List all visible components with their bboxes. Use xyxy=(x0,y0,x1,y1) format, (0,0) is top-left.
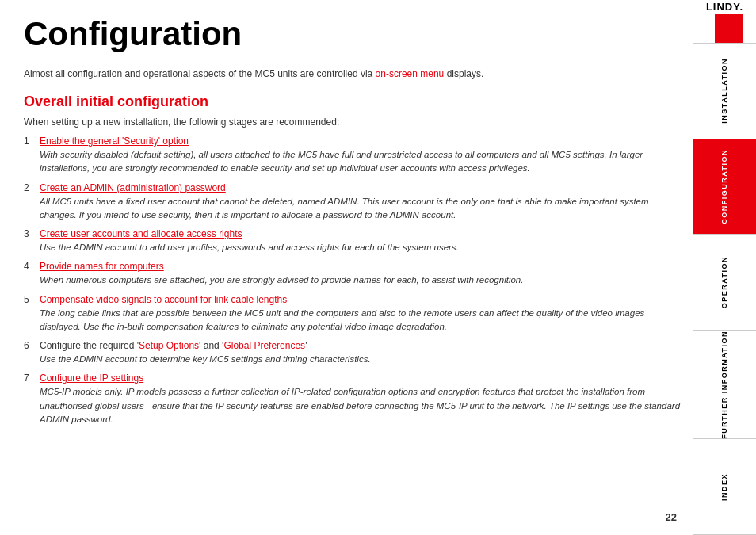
step-6-link1[interactable]: Setup Options xyxy=(139,340,199,351)
step-1: 1 Enable the general 'Security' option W… xyxy=(24,136,681,176)
sidebar-tab-installation[interactable]: INSTALLATION xyxy=(693,44,756,139)
step-7-link[interactable]: Configure the IP settings xyxy=(40,373,143,384)
step-4-content: Provide names for computers When numerou… xyxy=(40,261,681,287)
sidebar-tab-index[interactable]: INDEX xyxy=(693,439,756,535)
page-title: Configuration xyxy=(24,16,681,52)
step-2-number: 2 xyxy=(24,182,35,193)
step-7-desc: MC5-IP models only. IP models possess a … xyxy=(40,385,681,426)
step-3-link[interactable]: Create user accounts and allocate access… xyxy=(40,228,242,239)
step-5: 5 Compensate video signals to account fo… xyxy=(24,294,681,334)
step-7-number: 7 xyxy=(24,373,35,384)
section-title: Overall initial configuration xyxy=(24,94,681,110)
intro-paragraph: Almost all configuration and operational… xyxy=(24,67,681,81)
step-1-content: Enable the general 'Security' option Wit… xyxy=(40,136,681,176)
sidebar-tab-index-label: INDEX xyxy=(720,473,730,501)
lindy-red-box xyxy=(715,14,743,43)
step-1-number: 1 xyxy=(24,136,35,147)
lindy-logo-container: LINDY. xyxy=(706,1,743,43)
step-5-desc: The long cable links that are possible b… xyxy=(40,307,681,334)
sidebar-tab-installation-label: INSTALLATION xyxy=(720,58,730,124)
step-3: 3 Create user accounts and allocate acce… xyxy=(24,228,681,254)
step-5-number: 5 xyxy=(24,294,35,305)
step-2-content: Create an ADMIN (administration) passwor… xyxy=(40,182,681,223)
step-3-content: Create user accounts and allocate access… xyxy=(40,228,681,254)
step-6-link2[interactable]: Global Preferences xyxy=(223,340,305,351)
sidebar-tabs: INSTALLATION CONFIGURATION OPERATION FUR… xyxy=(693,44,756,535)
sidebar-tab-configuration-label: CONFIGURATION xyxy=(720,149,730,224)
step-7: 7 Configure the IP settings MC5-IP model… xyxy=(24,373,681,426)
step-2-desc: All MC5 units have a fixed user account … xyxy=(40,195,681,223)
intro-text-before: Almost all configuration and operational… xyxy=(24,68,376,79)
step-5-content: Compensate video signals to account for … xyxy=(40,294,681,334)
sidebar-tab-operation-label: OPERATION xyxy=(720,256,730,308)
sidebar-tab-further-information[interactable]: FURTHER INFORMATION xyxy=(693,331,756,440)
step-4-number: 4 xyxy=(24,261,35,272)
steps-list: 1 Enable the general 'Security' option W… xyxy=(24,136,681,426)
step-2: 2 Create an ADMIN (administration) passw… xyxy=(24,182,681,223)
sidebar: LINDY. INSTALLATION CONFIGURATION OPERAT… xyxy=(693,0,756,535)
step-7-content: Configure the IP settings MC5-IP models … xyxy=(40,373,681,426)
step-4-desc: When numerous computers are attached, yo… xyxy=(40,273,681,287)
step-4-link[interactable]: Provide names for computers xyxy=(40,261,164,272)
step-3-number: 3 xyxy=(24,228,35,239)
intro-text-after: displays. xyxy=(444,68,483,79)
step-6: 6 Configure the required 'Setup Options'… xyxy=(24,340,681,366)
sidebar-logo: LINDY. xyxy=(693,0,756,44)
step-6-content: Configure the required 'Setup Options' a… xyxy=(40,340,681,366)
step-3-desc: Use the ADMIN account to add user profil… xyxy=(40,241,681,254)
lindy-logo-text: LINDY. xyxy=(706,1,743,13)
step-5-link[interactable]: Compensate video signals to account for … xyxy=(40,294,287,305)
step-6-prefix: Configure the required ' xyxy=(40,340,139,351)
step-6-number: 6 xyxy=(24,340,35,351)
page-number: 22 xyxy=(666,511,677,523)
step-4: 4 Provide names for computers When numer… xyxy=(24,261,681,287)
step-1-desc: With security disabled (default setting)… xyxy=(40,148,681,176)
step-6-desc: Use the ADMIN account to determine key M… xyxy=(40,353,681,366)
sidebar-tab-further-information-label: FURTHER INFORMATION xyxy=(720,331,730,439)
step-1-link[interactable]: Enable the general 'Security' option xyxy=(40,136,189,147)
step-2-link[interactable]: Create an ADMIN (administration) passwor… xyxy=(40,182,226,193)
step-6-suffix: ' xyxy=(305,340,307,351)
main-content: Configuration Almost all configuration a… xyxy=(24,16,681,519)
section-subtitle: When setting up a new installation, the … xyxy=(24,117,681,128)
step-6-between: ' and ' xyxy=(199,340,223,351)
sidebar-tab-configuration[interactable]: CONFIGURATION xyxy=(693,139,756,235)
sidebar-tab-operation[interactable]: OPERATION xyxy=(693,235,756,331)
on-screen-menu-link[interactable]: on-screen menu xyxy=(376,68,445,79)
